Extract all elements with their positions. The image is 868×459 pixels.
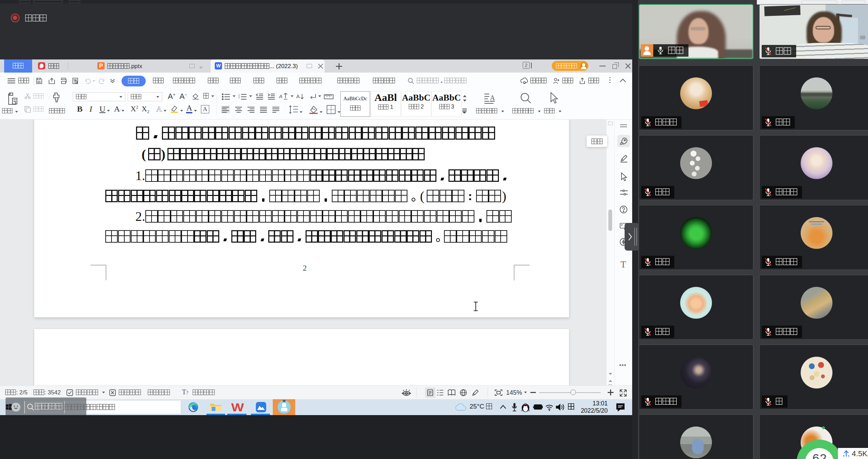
svg-text:A: A xyxy=(296,93,300,99)
svg-text:A: A xyxy=(279,93,282,99)
svg-text:A: A xyxy=(490,94,495,102)
svg-text:2: 2 xyxy=(238,96,240,99)
